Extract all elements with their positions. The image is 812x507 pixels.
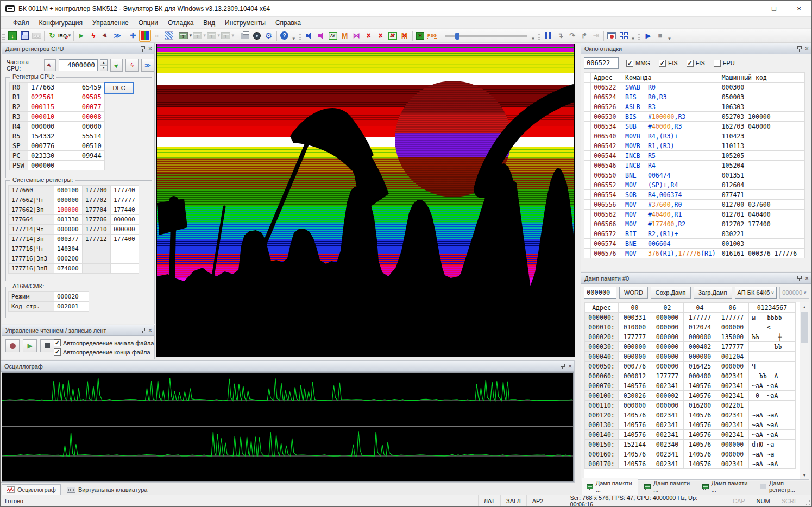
drive-c-button[interactable]: ?▼ [207,30,221,42]
freq-set-button[interactable]: ► [44,59,56,71]
menu-item-Файл[interactable]: Файл [8,18,34,28]
close-icon[interactable]: × [805,275,809,282]
turbo-button[interactable]: ϟ [125,59,139,72]
close-icon[interactable]: × [568,363,572,370]
close-icon[interactable]: × [148,46,152,52]
break-button[interactable]: ϟ [87,30,99,42]
toolbar-grip[interactable] [2,31,5,41]
disasm-row[interactable]: 006566MOV#177400,R2012702 177400 [584,219,805,229]
memory-row[interactable]: 000060:000012177777000400002341 ЪЪ А [585,371,796,381]
memory-row[interactable]: 000140:140576002341140576002341~аА ~аА [585,430,796,440]
layout-button[interactable] [618,30,630,42]
print-button[interactable] [239,30,251,42]
dock-tab-Дамп регистр...[interactable]: Дамп регистр... [755,478,811,495]
disasm-row[interactable]: 006540MOVBR4,(R3)+110423 [584,131,805,141]
memory-address-input[interactable] [584,287,616,299]
scroll-thumb[interactable] [801,312,808,343]
tape-button[interactable] [30,30,42,42]
dock-tab-Осциллограф[interactable]: Осциллограф [2,484,61,495]
memory-row[interactable]: 000010:010000000000012074000000 < [585,322,796,332]
screenshot-button[interactable] [251,30,263,42]
disasm-row[interactable]: 006556MOV#37600,R0012700 037600 [584,200,805,210]
register-row[interactable]: PSW000000-------- [10,161,105,170]
drive-d-button[interactable]: ?▼ [221,30,235,42]
memory-row[interactable]: 000000:000331000000177777177777ы ЪЪЪЪ [585,313,796,322]
memory-row[interactable]: 000020:177777000000000000135000ЪЪ ╪ [585,332,796,342]
sound-debug-button[interactable]: ✶ [414,30,426,42]
menu-item-Отладка[interactable]: Отладка [163,18,198,28]
menu-item-Справка[interactable]: Справка [270,18,306,28]
disasm-row[interactable]: 006534SUB#40000,R3162703 040000 [584,122,805,131]
register-row[interactable]: SP00077600510 [10,141,105,151]
disasm-row[interactable]: 006574BNE006604001003 [584,239,805,249]
toolbar-grip[interactable] [638,31,640,41]
reset-button[interactable]: ↻ [46,30,58,42]
dec-toggle-button[interactable]: DEC [104,82,134,94]
disasm-row[interactable]: 006576MOV376(R1),177776(R1)016161 000376… [584,249,805,258]
tape-stop-button[interactable] [40,339,54,352]
memory-row[interactable]: 000050:000776000000016425000000Ч [585,362,796,371]
mono-button[interactable]: ⋈ [351,30,363,42]
memory-row[interactable]: 000040:000000000000000000001204 [585,352,796,362]
speaker-button[interactable] [315,30,327,42]
tape-play-button[interactable]: ▶ [23,339,37,352]
register-row[interactable]: R200011500077 [10,102,105,112]
disasm-row[interactable]: 006544INCBR5105205 [584,151,805,161]
mute-ay-button[interactable]: AY [387,30,399,42]
load-dump-button[interactable]: Загр.Дамп [694,287,732,299]
color-mode-button[interactable] [139,30,151,42]
ay-chip-button[interactable]: AY [327,30,339,42]
menu-item-Управление[interactable]: Управление [87,18,134,28]
debug-checkbox-FIS[interactable]: ✓FIS [687,60,705,67]
memory-row[interactable]: 000160:140576002341140576000000~аА ~а [585,449,796,459]
emulator-screen[interactable] [156,44,575,357]
pointer-button[interactable]: ► [99,30,111,42]
scroll-up-arrow[interactable]: ▲ [800,302,809,311]
disasm-row[interactable]: 006522SWABR0000300 [584,83,805,92]
irq-button[interactable]: IRQ2▼ [58,30,72,42]
menu-item-Опции[interactable]: Опции [134,18,163,28]
register-row[interactable]: PC02333009944 [10,151,105,161]
step-into-button[interactable]: ↴ [554,30,566,42]
disasm-row[interactable]: 006554SOBR4,006374077471 [584,190,805,200]
freq-spinner[interactable]: ▲▼ [100,59,108,71]
pin-icon[interactable] [797,275,802,281]
register-row[interactable]: R300001000008 [10,112,105,122]
drive-a-button[interactable]: ?▼ [179,30,193,42]
max-speed-button[interactable]: ≫ [141,59,154,72]
save-file-button[interactable] [18,30,30,42]
register-row[interactable]: R515433255514 [10,131,105,141]
maximize-button[interactable]: □ [761,1,786,16]
dock-tab-Дамп памяти ...[interactable]: Дамп памяти ... [639,478,696,495]
fullscreen-button[interactable]: ✚ [127,30,139,42]
stop-button[interactable]: ■ [654,30,666,42]
memory-row[interactable]: 000030:000000000000000402177777 ЪЪ [585,342,796,352]
debug-checkbox-EIS[interactable]: ✓EIS [659,60,678,67]
tape-record-button[interactable] [5,339,20,352]
debug-checkbox-FPU[interactable]: FPU [714,60,735,67]
disasm-row[interactable]: 006542MOVBR1,(R3)110113 [584,141,805,151]
close-icon[interactable]: × [805,46,809,52]
memory-row[interactable]: 000070:140576002341140576002341~аА ~аА [585,381,796,391]
psg-log-button[interactable]: PSG [426,30,438,42]
save-dump-button[interactable]: Сохр.Дамп [651,287,691,299]
prev-screen-button[interactable]: « [151,30,163,42]
help-button[interactable]: ? [279,30,291,42]
run-button[interactable]: ► [75,30,87,42]
step-out-button[interactable]: ↱ [578,30,590,42]
load-file-button[interactable]: ↓ [7,30,18,42]
cpu-freq-input[interactable] [59,59,98,71]
auto-end-checkbox[interactable]: ✓Автоопределение конца файла [54,348,150,356]
smoothing-button[interactable] [163,30,175,42]
mute-covox-button[interactable]: M [399,30,411,42]
settings-button[interactable]: ⚙ [263,30,275,42]
covox-button[interactable]: M [339,30,351,42]
memory-row[interactable]: 000130:140576002341140576002341~аА ~аА [585,420,796,430]
register-row[interactable]: R102256109585 [10,92,105,102]
toolbar-overflow[interactable]: ▼ [531,36,536,42]
dock-tab-Дамп памяти ...[interactable]: Дамп памяти ... [697,478,754,495]
resize-grip[interactable] [805,495,811,506]
pin-icon[interactable] [560,363,565,369]
close-icon[interactable]: × [148,327,152,334]
menu-item-Конфигурация[interactable]: Конфигурация [34,18,88,28]
